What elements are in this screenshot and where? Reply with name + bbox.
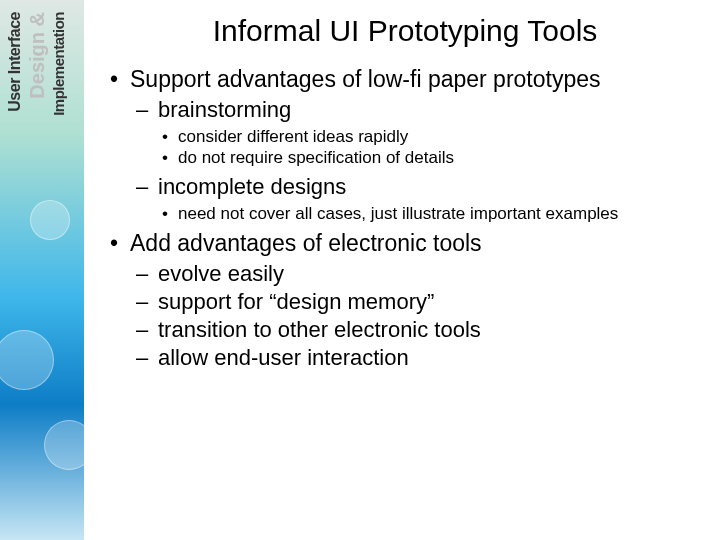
bullet-text: brainstorming [158,97,291,123]
dash-icon: – [136,289,158,315]
bullet-text: support for “design memory” [158,289,434,315]
dash-icon: – [136,174,158,200]
bullet-icon: • [110,66,130,93]
bullet-text: do not require specification of details [178,148,454,168]
subsub-list: • need not cover all cases, just illustr… [102,204,708,224]
bullet-text: incomplete designs [158,174,346,200]
sidebar-text-impl: Implementation [50,12,67,116]
bullet-text: need not cover all cases, just illustrat… [178,204,618,224]
dash-icon: – [136,261,158,287]
list-item: – support for “design memory” [136,289,708,315]
bullet-list: • Add advantages of electronic tools [102,230,708,257]
bullet-icon: • [162,127,178,147]
bullet-icon: • [162,148,178,168]
list-item: – incomplete designs [136,174,708,200]
sub-list: – evolve easily – support for “design me… [102,261,708,371]
slide: User Interface Design & Implementation I… [0,0,720,540]
list-item: – allow end-user interaction [136,345,708,371]
sub-list: – brainstorming [102,97,708,123]
bullet-text: Add advantages of electronic tools [130,230,708,257]
list-item: – transition to other electronic tools [136,317,708,343]
bullet-text: transition to other electronic tools [158,317,481,343]
sidebar-text-design: Design & [26,12,49,99]
bullet-text: consider different ideas rapidly [178,127,408,147]
bullet-text: Support advantages of low-fi paper proto… [130,66,708,93]
bullet-text: evolve easily [158,261,284,287]
sidebar-text-ui: User Interface [6,12,24,112]
bullet-list: • Support advantages of low-fi paper pro… [102,66,708,93]
dash-icon: – [136,345,158,371]
list-item: • do not require specification of detail… [162,148,708,168]
list-item: • Support advantages of low-fi paper pro… [110,66,708,93]
bullet-text: allow end-user interaction [158,345,409,371]
sub-list: – incomplete designs [102,174,708,200]
sidebar-graphic: User Interface Design & Implementation [0,0,84,540]
slide-title: Informal UI Prototyping Tools [102,14,708,48]
list-item: • Add advantages of electronic tools [110,230,708,257]
dash-icon: – [136,97,158,123]
list-item: • need not cover all cases, just illustr… [162,204,708,224]
dash-icon: – [136,317,158,343]
bullet-icon: • [110,230,130,257]
list-item: • consider different ideas rapidly [162,127,708,147]
subsub-list: • consider different ideas rapidly • do … [102,127,708,168]
list-item: – brainstorming [136,97,708,123]
slide-content: Informal UI Prototyping Tools • Support … [84,0,720,540]
list-item: – evolve easily [136,261,708,287]
bullet-icon: • [162,204,178,224]
